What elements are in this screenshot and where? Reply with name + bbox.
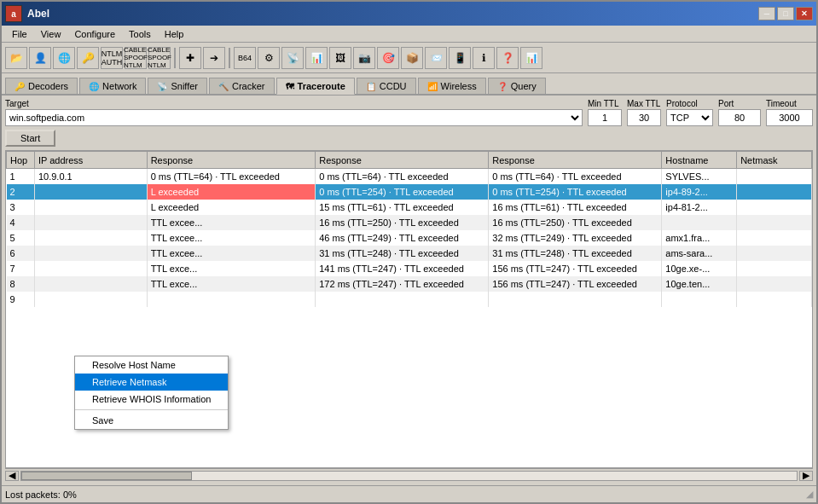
- toolbar-btn-9[interactable]: ➔: [203, 47, 225, 69]
- tab-cracker-label: Cracker: [232, 81, 265, 91]
- toolbar-btn-16[interactable]: 🎯: [377, 47, 399, 69]
- col-ip: IP address: [34, 152, 147, 169]
- protocol-select[interactable]: TCP UDP ICMP: [666, 109, 713, 126]
- toolbar-btn-21[interactable]: ❓: [496, 47, 519, 69]
- max-ttl-input[interactable]: [627, 109, 661, 126]
- tab-query-label: Query: [511, 81, 537, 91]
- tab-decoders[interactable]: 🔑 Decoders: [5, 78, 78, 94]
- tab-wireless[interactable]: 📶 Wireless: [418, 78, 486, 94]
- tab-ccdu[interactable]: 📋 CCDU: [357, 78, 416, 94]
- cell-2: TTL exce...: [147, 276, 316, 292]
- max-ttl-group: Max TTL: [627, 99, 661, 126]
- cell-3: 15 ms (TTL=61) · TTL exceeded: [316, 200, 489, 215]
- toolbar-btn-20[interactable]: ℹ: [473, 47, 495, 69]
- timeout-input[interactable]: [766, 109, 813, 126]
- cell-2: TTL excee...: [147, 215, 316, 230]
- col-hostname: Hostname: [662, 152, 737, 169]
- max-ttl-label: Max TTL: [627, 99, 661, 108]
- cell-6: [737, 276, 812, 292]
- h-scrollbar-area: ◀ ▶: [5, 468, 813, 482]
- menu-tools[interactable]: Tools: [122, 27, 158, 41]
- toolbar-btn-15[interactable]: 📷: [353, 47, 375, 69]
- tab-sniffer[interactable]: 📡 Sniffer: [148, 78, 207, 94]
- toolbar-btn-8[interactable]: ✚: [179, 47, 201, 69]
- toolbar-btn-6[interactable]: CABLE SPOOF NTLM: [125, 47, 147, 69]
- toolbar-btn-14[interactable]: 🖼: [329, 47, 351, 69]
- toolbar-btn-17[interactable]: 📦: [401, 47, 423, 69]
- tab-cracker[interactable]: 🔨 Cracker: [209, 78, 275, 94]
- toolbar-btn-19[interactable]: 📱: [449, 47, 471, 69]
- context-retrieve-netmask[interactable]: Retrieve Netmask: [75, 374, 228, 391]
- cell-2: TTL excee...: [147, 246, 316, 261]
- table-row[interactable]: 7TTL exce...141 ms (TTL=247) · TTL excee…: [7, 261, 812, 276]
- toolbar-btn-18[interactable]: 📨: [425, 47, 447, 69]
- toolbar-sep-1: [174, 48, 176, 68]
- menu-view[interactable]: View: [34, 27, 68, 41]
- table-row[interactable]: 6TTL excee...31 ms (TTL=248) · TTL excee…: [7, 246, 812, 261]
- context-menu: Resolve Host Name Retrieve Netmask Retri…: [74, 356, 229, 430]
- close-button[interactable]: ✕: [796, 7, 813, 20]
- context-resolve-host[interactable]: Resolve Host Name: [75, 356, 228, 374]
- table-row[interactable]: 9: [7, 292, 812, 307]
- cell-0: 7: [7, 261, 35, 276]
- minimize-button[interactable]: ─: [758, 7, 775, 20]
- tab-network[interactable]: 🌐 Network: [79, 78, 146, 94]
- toolbar-btn-12[interactable]: 📡: [281, 47, 304, 69]
- cell-6: [737, 215, 812, 230]
- toolbar-btn-7[interactable]: CABLE SPOOF NTLM: [148, 47, 171, 69]
- table-row[interactable]: 4TTL excee...16 ms (TTL=250) · TTL excee…: [7, 215, 812, 230]
- h-scrollbar-thumb[interactable]: [21, 472, 192, 480]
- cell-0: 9: [7, 292, 35, 307]
- cell-0: 4: [7, 215, 35, 230]
- toolbar-btn-13[interactable]: 📊: [305, 47, 328, 69]
- target-row: Target win.softpedia.com Min TTL Max TTL…: [5, 99, 813, 126]
- scroll-right-btn[interactable]: ▶: [799, 471, 813, 481]
- lost-packets-label: Lost packets:: [5, 490, 61, 500]
- cell-6: [737, 246, 812, 261]
- target-input[interactable]: win.softpedia.com: [5, 109, 583, 126]
- cell-3: 46 ms (TTL=249) · TTL exceeded: [316, 230, 489, 246]
- toolbar-btn-11[interactable]: ⚙: [258, 47, 280, 69]
- toolbar-btn-22[interactable]: 📊: [520, 47, 542, 69]
- min-ttl-label: Min TTL: [588, 99, 622, 108]
- sniffer-icon: 📡: [157, 82, 167, 91]
- cell-4: 16 ms (TTL=61) · TTL exceeded: [489, 200, 662, 215]
- table-row[interactable]: 110.9.0.10 ms (TTL=64) · TTL exceeded0 m…: [7, 169, 812, 184]
- start-btn-row: Start: [5, 130, 813, 150]
- toolbar-btn-1[interactable]: 📂: [5, 47, 27, 69]
- h-scrollbar[interactable]: [20, 471, 798, 481]
- cell-4: 16 ms (TTL=250) · TTL exceeded: [489, 215, 662, 230]
- table-row[interactable]: 2L exceeded0 ms (TTL=254) · TTL exceeded…: [7, 184, 812, 200]
- menu-configure[interactable]: Configure: [67, 27, 122, 41]
- tab-traceroute[interactable]: 🗺 Traceroute: [276, 78, 355, 95]
- maximize-button[interactable]: □: [777, 7, 794, 20]
- scroll-left-btn[interactable]: ◀: [5, 471, 19, 481]
- lost-packets-value: 0%: [63, 490, 77, 500]
- context-retrieve-whois[interactable]: Retrieve WHOIS Information: [75, 391, 228, 408]
- toolbar-btn-5[interactable]: NTLM AUTH: [101, 47, 123, 69]
- table-row[interactable]: 5TTL excee...46 ms (TTL=249) · TTL excee…: [7, 230, 812, 246]
- table-row[interactable]: 3L exceeded15 ms (TTL=61) · TTL exceeded…: [7, 200, 812, 215]
- toolbar-btn-2[interactable]: 👤: [29, 47, 51, 69]
- cell-3: 0 ms (TTL=64) · TTL exceeded: [316, 169, 489, 184]
- toolbar-btn-10[interactable]: B64: [234, 47, 256, 69]
- menu-bar: File View Configure Tools Help: [2, 26, 816, 43]
- context-save[interactable]: Save: [75, 412, 228, 429]
- menu-file[interactable]: File: [5, 27, 34, 41]
- cell-1: [34, 246, 147, 261]
- cell-3: 31 ms (TTL=248) · TTL exceeded: [316, 246, 489, 261]
- port-input[interactable]: [718, 109, 761, 126]
- toolbar-btn-4[interactable]: 🔑: [77, 47, 99, 69]
- toolbar-sep-2: [229, 48, 230, 68]
- cell-4: 156 ms (TTL=247) · TTL exceeded: [489, 261, 662, 276]
- table-row[interactable]: 8TTL exce...172 ms (TTL=247) · TTL excee…: [7, 276, 812, 292]
- toolbar-btn-3[interactable]: 🌐: [53, 47, 75, 69]
- cell-5: [662, 292, 737, 307]
- cell-1: [34, 230, 147, 246]
- cell-2: 0 ms (TTL=64) · TTL exceeded: [147, 169, 316, 184]
- min-ttl-input[interactable]: [588, 109, 622, 126]
- start-button[interactable]: Start: [5, 130, 55, 147]
- tab-query[interactable]: ❓ Query: [488, 78, 546, 94]
- menu-help[interactable]: Help: [158, 27, 191, 41]
- cell-3: 16 ms (TTL=250) · TTL exceeded: [316, 215, 489, 230]
